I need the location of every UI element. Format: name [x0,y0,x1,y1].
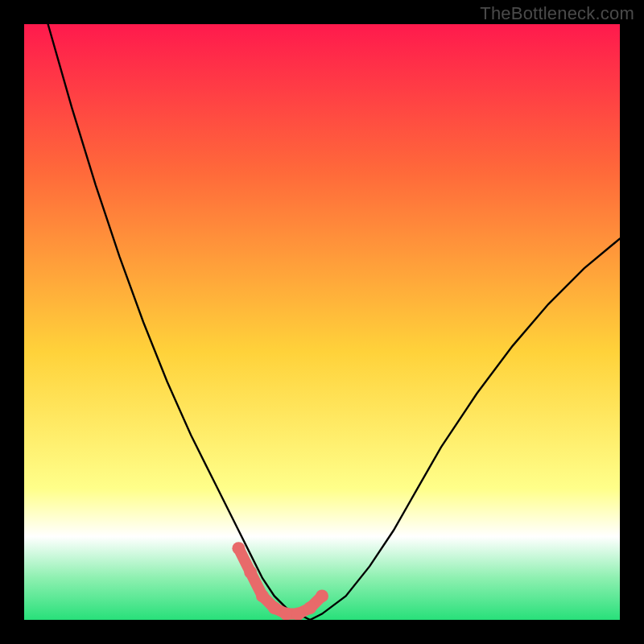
min-marker-dot [280,608,293,620]
min-marker-dot [316,589,328,602]
min-marker-dot [291,608,304,620]
min-marker-dot [268,601,281,614]
plot-svg [24,24,620,620]
plot-area [24,24,620,620]
min-marker-dot [303,601,316,614]
watermark-text: TheBottleneck.com [480,3,634,24]
min-marker-dot [256,589,269,602]
min-marker-dot [232,542,245,555]
min-marker-dot [244,566,257,579]
chart-container: TheBottleneck.com [0,0,644,644]
gradient-background [24,24,620,620]
